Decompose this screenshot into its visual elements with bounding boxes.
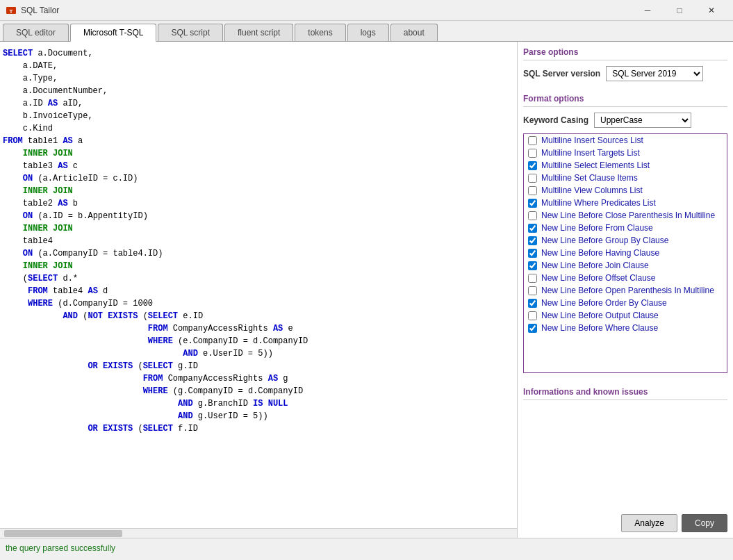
analyze-button[interactable]: Analyze (621, 514, 677, 532)
checkbox-input-new-line-join[interactable] (528, 261, 537, 270)
checkbox-label-new-line-where[interactable]: New Line Before Where Clause (541, 323, 658, 333)
checkbox-label-multiline-insert-targets[interactable]: Multiline Insert Targets List (541, 148, 640, 158)
checkbox-multiline-where-predicates[interactable]: Multiline Where Predicates List (524, 197, 727, 209)
checkbox-label-multiline-select-elements[interactable]: Multiline Select Elements List (541, 160, 650, 170)
info-section: Informations and known issues (523, 387, 727, 406)
tab-sql-script[interactable]: SQL script (158, 24, 223, 41)
keyword-casing-label: Keyword Casing (523, 115, 588, 125)
keyword-casing-select[interactable]: UpperCase LowerCase TitleCase (594, 113, 691, 128)
checkbox-input-multiline-select-elements[interactable] (528, 161, 537, 170)
checkbox-input-multiline-insert-sources[interactable] (528, 136, 537, 145)
tab-about[interactable]: about (390, 24, 438, 41)
checkbox-input-new-line-having[interactable] (528, 249, 537, 258)
checkbox-label-new-line-close-paren[interactable]: New Line Before Close Parenthesis In Mul… (541, 211, 715, 220)
sql-server-select[interactable]: SQL Server 2019 SQL Server 2017 SQL Serv… (606, 66, 703, 81)
checkbox-new-line-having[interactable]: New Line Before Having Clause (524, 247, 727, 259)
tab-logs[interactable]: logs (347, 24, 389, 41)
checkbox-new-line-close-paren[interactable]: New Line Before Close Parenthesis In Mul… (524, 209, 727, 222)
svg-text:T: T (10, 8, 13, 15)
right-panel: Parse options SQL Server version SQL Ser… (518, 42, 733, 538)
checkbox-new-line-order-by[interactable]: New Line Before Order By Clause (524, 297, 727, 309)
app-icon: T (6, 5, 17, 16)
app-title: SQL Tailor (21, 6, 59, 15)
checkbox-input-new-line-group-by[interactable] (528, 236, 537, 245)
tab-tokens[interactable]: tokens (295, 24, 345, 41)
checkbox-list: Multiline Insert Sources List Multiline … (523, 133, 727, 373)
checkbox-input-multiline-view-columns[interactable] (528, 186, 537, 195)
format-options-section: Format options Keyword Casing UpperCase … (523, 94, 727, 373)
status-bar: the query parsed successfully (0, 538, 733, 557)
tab-sql-editor[interactable]: SQL editor (3, 24, 69, 41)
checkbox-label-new-line-group-by[interactable]: New Line Before Group By Clause (541, 236, 668, 245)
checkbox-label-new-line-offset[interactable]: New Line Before Offset Clause (541, 273, 656, 283)
checkbox-new-line-output[interactable]: New Line Before Output Clause (524, 309, 727, 322)
checkbox-label-multiline-set-clause[interactable]: Multiline Set Clause Items (541, 173, 638, 183)
sql-pane: SELECT a.Document, a.DATE, a.Type, a.Doc… (0, 42, 518, 538)
checkbox-input-new-line-where[interactable] (528, 324, 537, 333)
status-message: the query parsed successfully (6, 543, 115, 553)
checkbox-new-line-join[interactable]: New Line Before Join Clause (524, 259, 727, 272)
checkbox-label-multiline-where-predicates[interactable]: Multiline Where Predicates List (541, 198, 656, 208)
checkbox-new-line-from[interactable]: New Line Before From Clause (524, 222, 727, 234)
checkbox-label-multiline-view-columns[interactable]: Multiline View Columns List (541, 186, 643, 195)
checkbox-input-new-line-order-by[interactable] (528, 299, 537, 308)
keyword-casing-row: Keyword Casing UpperCase LowerCase Title… (523, 113, 727, 128)
close-button[interactable]: ✕ (695, 0, 727, 21)
horizontal-scrollbar[interactable] (0, 528, 517, 538)
checkbox-label-new-line-from[interactable]: New Line Before From Clause (541, 223, 653, 233)
parse-options-section: Parse options SQL Server version SQL Ser… (523, 47, 727, 85)
checkbox-new-line-offset[interactable]: New Line Before Offset Clause (524, 272, 727, 284)
tab-fluent-script[interactable]: fluent script (224, 24, 293, 41)
checkbox-multiline-set-clause[interactable]: Multiline Set Clause Items (524, 172, 727, 184)
tab-bar: SQL editor Microsoft T-SQL SQL script fl… (0, 21, 733, 42)
checkbox-input-new-line-open-paren[interactable] (528, 286, 537, 295)
checkbox-input-new-line-offset[interactable] (528, 274, 537, 283)
hscroll-thumb[interactable] (4, 530, 122, 537)
minimize-button[interactable]: ─ (632, 0, 664, 21)
checkbox-label-new-line-join[interactable]: New Line Before Join Clause (541, 261, 649, 270)
checkbox-label-new-line-output[interactable]: New Line Before Output Clause (541, 311, 659, 320)
sql-server-label: SQL Server version (523, 69, 600, 79)
maximize-button[interactable]: □ (664, 0, 695, 21)
info-section-title: Informations and known issues (523, 387, 727, 400)
tab-microsoft-tsql[interactable]: Microsoft T-SQL (70, 24, 156, 42)
checkbox-input-multiline-where-predicates[interactable] (528, 199, 537, 208)
sql-server-row: SQL Server version SQL Server 2019 SQL S… (523, 66, 727, 81)
checkbox-new-line-open-paren[interactable]: New Line Before Open Parenthesis In Mult… (524, 284, 727, 297)
bottom-buttons: Analyze Copy (523, 509, 727, 532)
checkbox-label-new-line-having[interactable]: New Line Before Having Clause (541, 248, 659, 258)
parse-options-title: Parse options (523, 47, 727, 60)
title-bar-left: T SQL Tailor (6, 5, 59, 16)
checkbox-new-line-where[interactable]: New Line Before Where Clause (524, 322, 727, 334)
checkbox-label-new-line-order-by[interactable]: New Line Before Order By Clause (541, 298, 667, 308)
checkbox-input-new-line-output[interactable] (528, 311, 537, 320)
checkbox-input-new-line-close-paren[interactable] (528, 211, 537, 220)
checkbox-input-multiline-insert-targets[interactable] (528, 149, 537, 158)
checkbox-new-line-group-by[interactable]: New Line Before Group By Clause (524, 234, 727, 247)
checkbox-multiline-insert-targets[interactable]: Multiline Insert Targets List (524, 147, 727, 159)
checkbox-label-new-line-open-paren[interactable]: New Line Before Open Parenthesis In Mult… (541, 286, 714, 295)
checkbox-multiline-view-columns[interactable]: Multiline View Columns List (524, 184, 727, 197)
format-options-title: Format options (523, 94, 727, 107)
window-controls: ─ □ ✕ (632, 0, 727, 21)
copy-button[interactable]: Copy (682, 514, 727, 532)
sql-editor-area[interactable]: SELECT a.Document, a.DATE, a.Type, a.Doc… (0, 42, 517, 528)
checkbox-label-multiline-insert-sources[interactable]: Multiline Insert Sources List (541, 135, 643, 145)
checkbox-multiline-select-elements[interactable]: Multiline Select Elements List (524, 159, 727, 172)
main-content: SELECT a.Document, a.DATE, a.Type, a.Doc… (0, 42, 733, 538)
checkbox-input-new-line-from[interactable] (528, 224, 537, 233)
checkbox-input-multiline-set-clause[interactable] (528, 174, 537, 183)
checkbox-multiline-insert-sources[interactable]: Multiline Insert Sources List (524, 134, 727, 147)
title-bar: T SQL Tailor ─ □ ✕ (0, 0, 733, 21)
